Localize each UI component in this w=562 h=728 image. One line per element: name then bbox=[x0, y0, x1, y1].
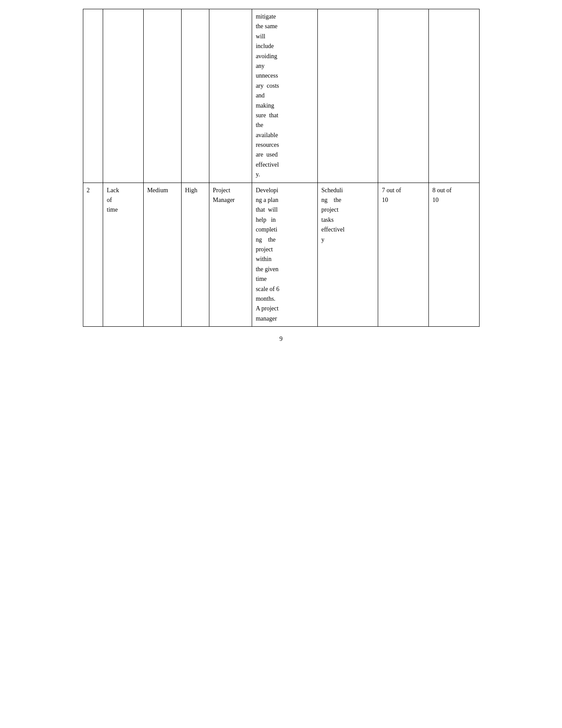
cell-2-response: Developi ng a plan that will help in com… bbox=[252, 183, 318, 326]
table-row-2: 2 Lackoftime Medium High ProjectManager bbox=[83, 183, 479, 326]
cell-cont-7 bbox=[318, 9, 378, 183]
cell-2-owner: ProjectManager bbox=[209, 183, 252, 326]
cell-cont-8 bbox=[378, 9, 429, 183]
cell-2-num: 2 bbox=[83, 183, 103, 326]
cell-cont-6: mitigate the same will include avoiding … bbox=[252, 9, 318, 183]
cell-cont-3 bbox=[143, 9, 181, 183]
table-row-continuation: mitigate the same will include avoiding … bbox=[83, 9, 479, 183]
page-container: mitigate the same will include avoiding … bbox=[83, 9, 480, 343]
cell-cont-1 bbox=[83, 9, 103, 183]
cell-2-risk: Lackoftime bbox=[103, 183, 144, 326]
main-table: mitigate the same will include avoiding … bbox=[83, 9, 480, 327]
cell-cont-9 bbox=[428, 9, 479, 183]
cell-2-impact: High bbox=[181, 183, 209, 326]
cell-cont-5 bbox=[209, 9, 252, 183]
cell-2-after: 8 out of10 bbox=[428, 183, 479, 326]
cell-2-before: 7 out of10 bbox=[378, 183, 429, 326]
cell-2-likelihood: Medium bbox=[143, 183, 181, 326]
cell-cont-4 bbox=[181, 9, 209, 183]
cell-2-action: Scheduli ng the project tasks effectivel… bbox=[318, 183, 378, 326]
continuation-text: mitigate the same will include avoiding … bbox=[256, 12, 314, 180]
page-number: 9 bbox=[83, 336, 480, 343]
cell-cont-2 bbox=[103, 9, 144, 183]
